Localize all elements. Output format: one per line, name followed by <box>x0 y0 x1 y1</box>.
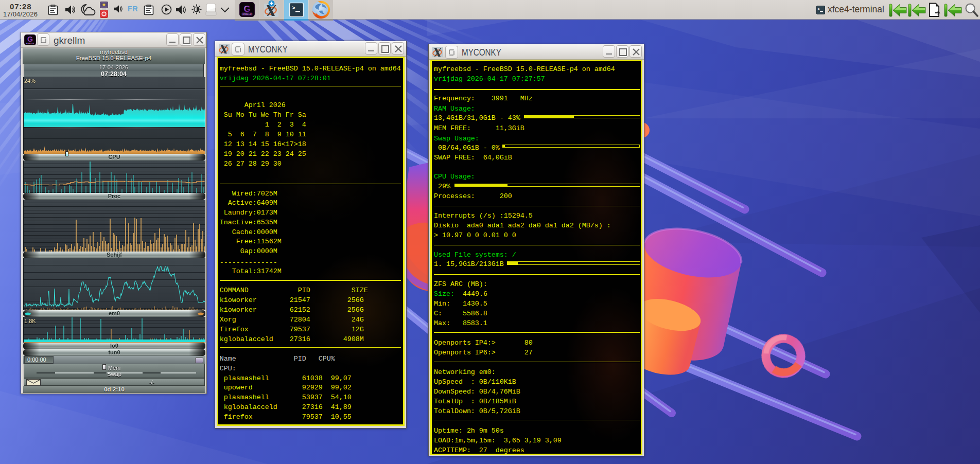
svg-text:KRELLM: KRELLM <box>26 43 34 45</box>
svg-text:>: > <box>818 7 820 11</box>
svg-text:KRELLM: KRELLM <box>242 13 252 15</box>
svg-text:G: G <box>27 35 33 43</box>
svg-text:>: > <box>292 5 295 11</box>
svg-text:G: G <box>243 4 250 14</box>
